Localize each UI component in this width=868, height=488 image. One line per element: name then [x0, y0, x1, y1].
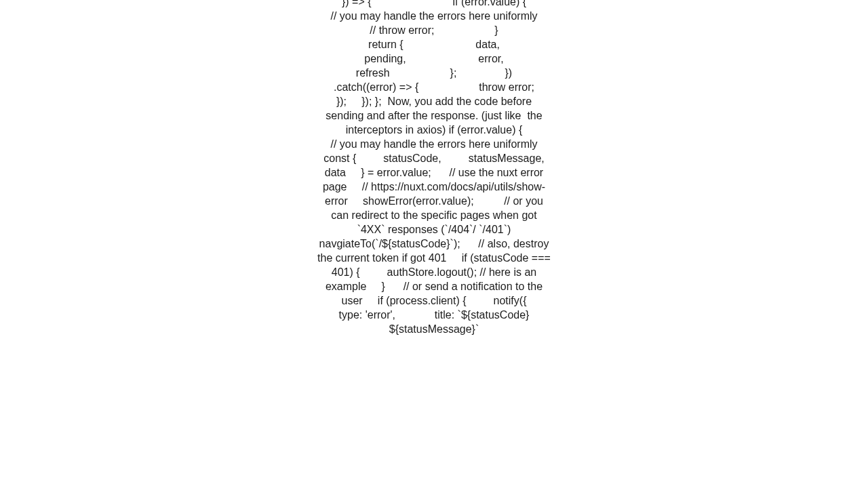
- document-content: }) => { if (error.value) { // you may ha…: [317, 0, 551, 336]
- code-text-block: }) => { if (error.value) { // you may ha…: [317, 0, 551, 336]
